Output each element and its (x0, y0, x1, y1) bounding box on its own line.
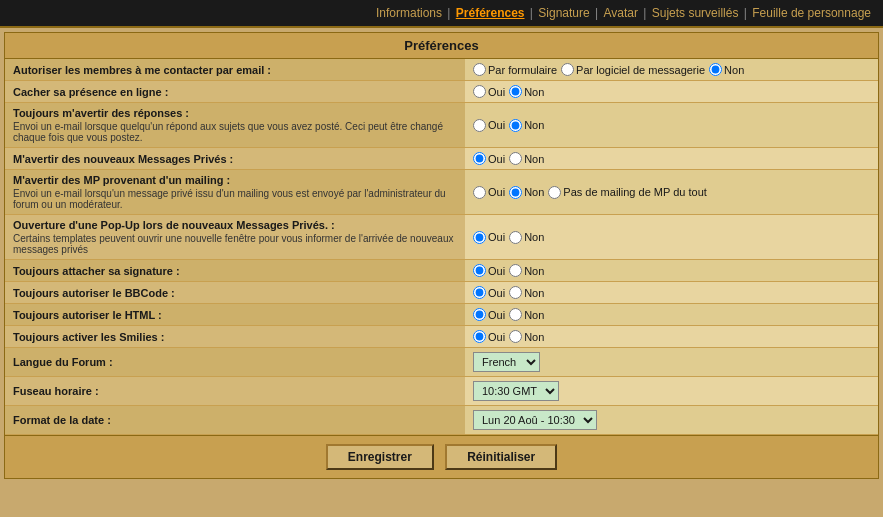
row-label: Toujours m'avertir des réponses : (13, 107, 457, 119)
table-row: Autoriser les membres à me contacter par… (5, 59, 878, 81)
radio-label[interactable]: Par logiciel de messagerie (561, 63, 705, 76)
footer-bar: Enregistrer Réinitialiser (5, 435, 878, 478)
nav-separator: | (527, 6, 537, 20)
radio-input[interactable] (548, 186, 561, 199)
row-label: Autoriser les membres à me contacter par… (13, 64, 457, 76)
nav-separator: | (592, 6, 602, 20)
radio-input[interactable] (509, 308, 522, 321)
row-label-cell: Toujours m'avertir des réponses :Envoi u… (5, 103, 465, 148)
row-label-cell: Format de la date : (5, 406, 465, 435)
radio-label[interactable]: Oui (473, 330, 505, 343)
table-row: Fuseau horaire :10:30 GMTGMT+1:00+2:00 (5, 377, 878, 406)
row-control-cell: Oui Non (465, 215, 878, 260)
row-label: Fuseau horaire : (13, 385, 457, 397)
row-control-cell: Oui Non (465, 81, 878, 103)
radio-label[interactable]: Oui (473, 231, 505, 244)
radio-input[interactable] (509, 119, 522, 132)
radio-input[interactable] (473, 85, 486, 98)
table-row: M'avertir des nouveaux Messages Privés :… (5, 148, 878, 170)
row-control-cell: Oui Non (465, 260, 878, 282)
radio-label[interactable]: Non (509, 231, 544, 244)
radio-group: Oui Non (473, 152, 870, 165)
radio-input[interactable] (473, 286, 486, 299)
radio-input[interactable] (561, 63, 574, 76)
nav-item-informations[interactable]: Informations (376, 6, 442, 20)
radio-input[interactable] (473, 186, 486, 199)
nav-item-sujets-surveillés[interactable]: Sujets surveillés (652, 6, 739, 20)
radio-label[interactable]: Non (509, 186, 544, 199)
radio-label[interactable]: Oui (473, 286, 505, 299)
row-label-cell: Cacher sa présence en ligne : (5, 81, 465, 103)
radio-group: Oui Non (473, 264, 870, 277)
reset-button[interactable]: Réinitialiser (445, 444, 557, 470)
row-label-cell: Langue du Forum : (5, 348, 465, 377)
top-nav: Informations | Préférences | Signature |… (0, 0, 883, 28)
select-fuseauhoraire[interactable]: 10:30 GMTGMT+1:00+2:00 (473, 381, 559, 401)
radio-input[interactable] (473, 231, 486, 244)
radio-label[interactable]: Non (509, 152, 544, 165)
radio-label[interactable]: Par formulaire (473, 63, 557, 76)
row-control-cell: Oui Non Pas de mailing de MP du tout (465, 170, 878, 215)
radio-label[interactable]: Oui (473, 85, 505, 98)
radio-label[interactable]: Non (509, 330, 544, 343)
row-control-cell: Oui Non (465, 326, 878, 348)
radio-label[interactable]: Oui (473, 119, 505, 132)
save-button[interactable]: Enregistrer (326, 444, 434, 470)
nav-item-signature[interactable]: Signature (538, 6, 589, 20)
radio-input[interactable] (509, 264, 522, 277)
radio-group: Oui Non (473, 330, 870, 343)
select-formatdeladate[interactable]: Lun 20 Aoû - 10:3020/08/2007 (473, 410, 597, 430)
table-row: Toujours attacher sa signature : Oui Non (5, 260, 878, 282)
radio-label[interactable]: Non (709, 63, 744, 76)
row-control-cell: Oui Non (465, 304, 878, 326)
row-label: Format de la date : (13, 414, 457, 426)
radio-group: Oui Non Pas de mailing de MP du tout (473, 186, 870, 199)
radio-input[interactable] (473, 63, 486, 76)
radio-input[interactable] (509, 231, 522, 244)
table-row: Toujours autoriser le HTML : Oui Non (5, 304, 878, 326)
nav-item-préférences[interactable]: Préférences (456, 6, 525, 20)
row-label-cell: M'avertir des MP provenant d'un mailing … (5, 170, 465, 215)
radio-label[interactable]: Non (509, 264, 544, 277)
radio-label[interactable]: Oui (473, 186, 505, 199)
radio-input[interactable] (473, 330, 486, 343)
row-label-cell: Toujours autoriser le BBCode : (5, 282, 465, 304)
radio-label[interactable]: Non (509, 308, 544, 321)
radio-group: Par formulaire Par logiciel de messageri… (473, 63, 870, 76)
nav-item-avatar[interactable]: Avatar (603, 6, 637, 20)
radio-label[interactable]: Non (509, 119, 544, 132)
row-control-cell: FrenchEnglish (465, 348, 878, 377)
radio-input[interactable] (473, 152, 486, 165)
radio-label[interactable]: Non (509, 286, 544, 299)
radio-input[interactable] (509, 186, 522, 199)
radio-label[interactable]: Non (509, 85, 544, 98)
prefs-table: Autoriser les membres à me contacter par… (5, 59, 878, 435)
nav-item-feuille-de-personnage[interactable]: Feuille de personnage (752, 6, 871, 20)
radio-group: Oui Non (473, 119, 870, 132)
radio-label[interactable]: Oui (473, 308, 505, 321)
radio-input[interactable] (473, 308, 486, 321)
row-label: Ouverture d'une Pop-Up lors de nouveaux … (13, 219, 457, 231)
select-langueduforum[interactable]: FrenchEnglish (473, 352, 540, 372)
row-label-cell: Toujours autoriser le HTML : (5, 304, 465, 326)
row-label-cell: Fuseau horaire : (5, 377, 465, 406)
radio-input[interactable] (473, 119, 486, 132)
nav-separator: | (444, 6, 454, 20)
radio-input[interactable] (509, 330, 522, 343)
table-row: Toujours autoriser le BBCode : Oui Non (5, 282, 878, 304)
radio-input[interactable] (509, 85, 522, 98)
table-row: Ouverture d'une Pop-Up lors de nouveaux … (5, 215, 878, 260)
radio-input[interactable] (509, 286, 522, 299)
radio-input[interactable] (473, 264, 486, 277)
row-label: Toujours autoriser le BBCode : (13, 287, 457, 299)
row-label-cell: Ouverture d'une Pop-Up lors de nouveaux … (5, 215, 465, 260)
radio-input[interactable] (509, 152, 522, 165)
row-desc: Envoi un e-mail lorsqu'un message privé … (13, 188, 457, 210)
row-label: Cacher sa présence en ligne : (13, 86, 457, 98)
radio-label[interactable]: Oui (473, 264, 505, 277)
radio-label[interactable]: Pas de mailing de MP du tout (548, 186, 707, 199)
row-control-cell: Par formulaire Par logiciel de messageri… (465, 59, 878, 81)
radio-label[interactable]: Oui (473, 152, 505, 165)
row-control-cell: Oui Non (465, 103, 878, 148)
radio-input[interactable] (709, 63, 722, 76)
